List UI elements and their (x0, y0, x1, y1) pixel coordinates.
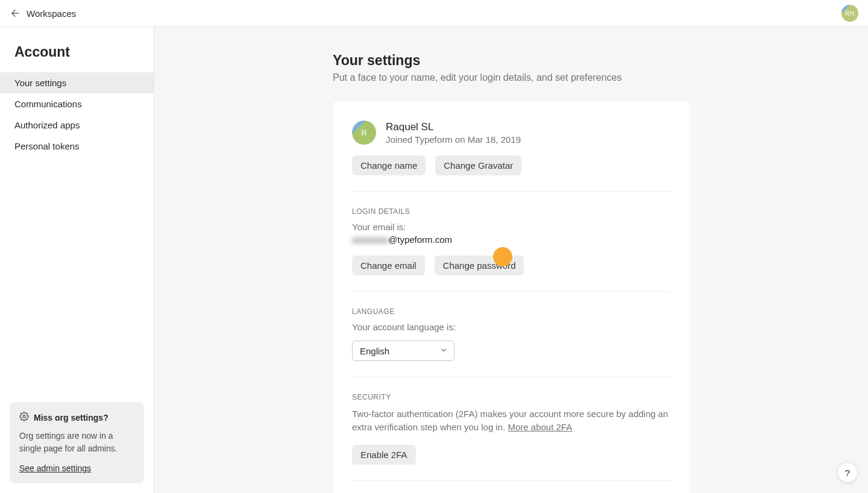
change-name-button[interactable]: Change name (352, 155, 426, 175)
divider (352, 377, 670, 377)
svg-point-1 (23, 415, 25, 418)
user-avatar[interactable]: RH (841, 5, 858, 22)
language-selected-value: English (360, 346, 389, 356)
profile-avatar: R (352, 121, 376, 145)
gear-icon (19, 412, 29, 424)
email-label: Your email is: (352, 222, 670, 232)
language-desc: Your account language is: (352, 322, 670, 332)
sidebar-title: Account (0, 27, 154, 72)
page-subtitle: Put a face to your name, edit your login… (333, 72, 690, 83)
back-arrow-icon[interactable] (10, 8, 20, 19)
see-admin-settings-link[interactable]: See admin settings (19, 463, 91, 473)
settings-card: R Raquel SL Joined Typeform on Mar 18, 2… (333, 101, 690, 493)
content-area: Your settings Put a face to your name, e… (154, 27, 868, 493)
email-hidden-part: xxxxxxxx (352, 234, 388, 245)
chevron-down-icon (439, 346, 448, 356)
org-card-title: Miss org settings? (34, 413, 108, 422)
change-email-button[interactable]: Change email (352, 256, 425, 275)
profile-name: Raquel SL (386, 121, 521, 133)
more-about-2fa-link[interactable]: More about 2FA (508, 422, 572, 432)
login-details-label: LOGIN DETAILS (352, 207, 670, 216)
profile-joined: Joined Typeform on Mar 18, 2019 (386, 134, 521, 145)
org-card-desc: Org settings are now in a single page fo… (19, 430, 134, 454)
page-title: Your settings (333, 52, 690, 69)
org-settings-card: Miss org settings? Org settings are now … (10, 402, 144, 483)
security-desc: Two-factor authentication (2FA) makes yo… (352, 407, 670, 434)
security-label: SECURITY (352, 393, 670, 401)
change-password-button[interactable]: Change password (435, 256, 524, 275)
help-button[interactable]: ? (838, 463, 857, 482)
change-gravatar-button[interactable]: Change Gravatar (435, 155, 521, 175)
enable-2fa-button[interactable]: Enable 2FA (352, 445, 416, 465)
sidebar-item-authorized-apps[interactable]: Authorized apps (0, 115, 154, 136)
language-label: LANGUAGE (352, 307, 670, 316)
divider (352, 291, 670, 292)
email-value: xxxxxxxx@typeform.com (352, 234, 670, 245)
divider (352, 480, 670, 481)
language-select[interactable]: English (352, 341, 454, 361)
email-domain-part: @typeform.com (388, 234, 452, 245)
sidebar: Account Your settings Communications Aut… (0, 27, 154, 493)
sidebar-item-your-settings[interactable]: Your settings (0, 72, 154, 93)
workspaces-link[interactable]: Workspaces (27, 8, 76, 19)
sidebar-item-personal-tokens[interactable]: Personal tokens (0, 136, 154, 157)
divider (352, 191, 670, 192)
sidebar-item-communications[interactable]: Communications (0, 93, 154, 115)
topbar: Workspaces RH (0, 0, 868, 27)
